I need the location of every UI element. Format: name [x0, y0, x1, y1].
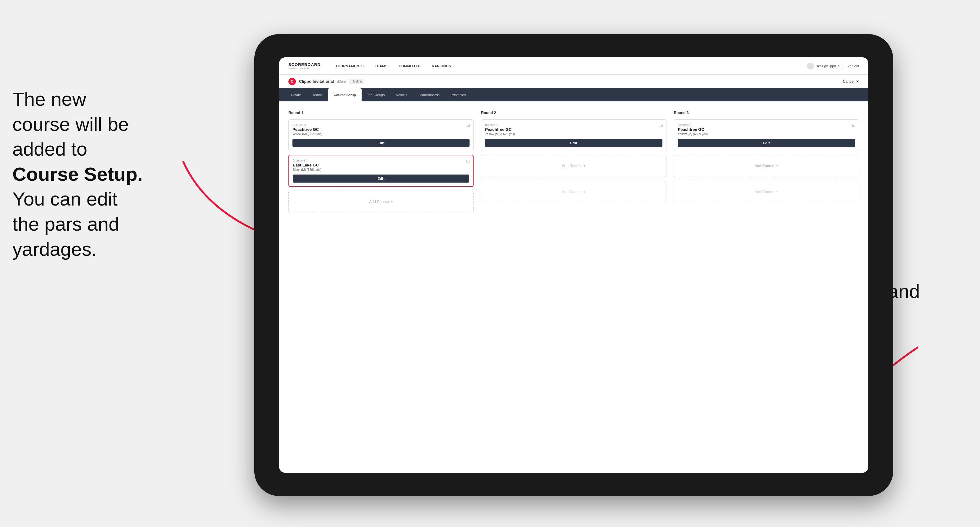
- annotation-line1: The new: [13, 88, 86, 110]
- logo-sub: Powered by clippd: [288, 67, 321, 70]
- tab-leaderboards[interactable]: Leaderboards: [413, 88, 445, 102]
- annotation-line6: yardages.: [13, 238, 97, 260]
- round1-course-a-card: ⊡ (Course A) Peachtree GC Yellow (M) (66…: [288, 119, 474, 151]
- logo-title: SCOREBOARD: [288, 62, 321, 67]
- top-nav: SCOREBOARD Powered by clippd TOURNAMENTS…: [279, 57, 869, 75]
- sign-out-link[interactable]: Sign out: [846, 64, 859, 68]
- tab-teams[interactable]: Teams: [307, 88, 328, 102]
- r3-course-a-name: Peachtree GC: [678, 127, 855, 132]
- round2-course-a-card: ⊡ (Course A) Peachtree GC Yellow (M) (66…: [481, 119, 666, 151]
- card-menu-icon-r3[interactable]: ⊡: [852, 123, 856, 128]
- round3-add-course-button[interactable]: Add Course +: [674, 155, 859, 177]
- round1-add-course-button[interactable]: Add Course +: [288, 190, 474, 213]
- tablet-screen: SCOREBOARD Powered by clippd TOURNAMENTS…: [279, 57, 869, 473]
- tournament-info: C Clippd Invitational (Men) Hosting: [288, 78, 364, 85]
- separator: |: [843, 64, 843, 68]
- round-2-column: Round 2 ⊡ (Course A) Peachtree GC Yellow…: [481, 111, 666, 217]
- annotation-line4: You can edit: [13, 188, 118, 210]
- r3-course-a-tag: (Course A): [678, 123, 855, 127]
- tournament-logo: C: [288, 78, 296, 85]
- course-b-name: East Lake GC: [293, 163, 469, 167]
- sub-tabs: Details Teams Course Setup Tee Groups Re…: [279, 88, 869, 102]
- nav-committee[interactable]: COMMITTEE: [393, 57, 426, 75]
- r2-course-a-tag: (Course A): [485, 123, 662, 127]
- tab-results[interactable]: Results: [390, 88, 413, 102]
- user-avatar: [807, 63, 814, 70]
- nav-rankings[interactable]: RANKINGS: [426, 57, 457, 75]
- r3-course-a-tee: Yellow (M) (6629 yds): [678, 132, 855, 136]
- round2-add-course-disabled: Add Course +: [481, 181, 666, 203]
- card-menu-icon[interactable]: ⊡: [466, 123, 470, 128]
- tournament-bar: C Clippd Invitational (Men) Hosting Canc…: [279, 75, 869, 88]
- course-b-tag: (Course B): [293, 159, 469, 162]
- rounds-grid: Round 1 ⊡ (Course A) Peachtree GC Yellow…: [288, 111, 859, 217]
- round3-add-course-disabled: Add Course +: [674, 181, 859, 203]
- main-content: Round 1 ⊡ (Course A) Peachtree GC Yellow…: [279, 102, 869, 473]
- annotation-line5: the pars and: [13, 213, 119, 235]
- round3-course-a-card: ⊡ (Course A) Peachtree GC Yellow (M) (66…: [674, 119, 859, 151]
- r2-course-a-tee: Yellow (M) (6629 yds): [485, 132, 662, 136]
- tab-tee-groups[interactable]: Tee Groups: [362, 88, 390, 102]
- course-b-tee: Black (M) (6891 yds): [293, 168, 469, 171]
- round-1-label: Round 1: [288, 111, 474, 115]
- round-3-label: Round 3: [674, 111, 859, 115]
- top-nav-right: blair@clippd.io | Sign out: [807, 63, 859, 70]
- nav-tournaments[interactable]: TOURNAMENTS: [330, 57, 369, 75]
- round3-course-a-edit-button[interactable]: Edit: [678, 139, 855, 147]
- round2-course-a-edit-button[interactable]: Edit: [485, 139, 662, 147]
- tab-printables[interactable]: Printables: [445, 88, 471, 102]
- course-a-tag: (Course A): [293, 123, 469, 127]
- course-a-name: Peachtree GC: [293, 127, 469, 132]
- user-email: blair@clippd.io: [817, 64, 839, 68]
- card-menu-icon-r2[interactable]: ⊡: [659, 123, 663, 128]
- card-menu-icon-b[interactable]: ⊡: [466, 159, 470, 163]
- round-1-column: Round 1 ⊡ (Course A) Peachtree GC Yellow…: [288, 111, 474, 217]
- round-2-label: Round 2: [481, 111, 666, 115]
- tab-details[interactable]: Details: [285, 88, 307, 102]
- course-a-tee: Yellow (M) (6629 yds): [293, 132, 469, 136]
- round1-course-b-card: ⊡ (Course B) East Lake GC Black (M) (689…: [288, 155, 474, 187]
- nav-teams[interactable]: TEAMS: [369, 57, 393, 75]
- tablet-frame: SCOREBOARD Powered by clippd TOURNAMENTS…: [254, 34, 893, 496]
- annotation-line2: course will be: [13, 113, 129, 135]
- tournament-gender: (Men): [337, 80, 346, 83]
- annotation-left: The new course will be added to Course S…: [13, 87, 205, 262]
- round1-course-b-edit-button[interactable]: Edit: [293, 175, 469, 183]
- r2-course-a-name: Peachtree GC: [485, 127, 662, 132]
- hosting-badge: Hosting: [349, 79, 364, 84]
- round1-course-a-edit-button[interactable]: Edit: [293, 139, 469, 147]
- round-3-column: Round 3 ⊡ (Course A) Peachtree GC Yellow…: [674, 111, 859, 217]
- tournament-name: Clippd Invitational: [299, 79, 334, 84]
- close-icon: ✕: [856, 79, 859, 84]
- annotation-line3: added to: [13, 138, 87, 160]
- round2-add-course-button[interactable]: Add Course +: [481, 155, 666, 177]
- cancel-button[interactable]: Cancel ✕: [843, 79, 859, 84]
- scoreboard-logo: SCOREBOARD Powered by clippd: [288, 62, 321, 70]
- top-nav-links: TOURNAMENTS TEAMS COMMITTEE RANKINGS: [330, 57, 807, 75]
- annotation-bold: Course Setup.: [13, 163, 143, 185]
- tab-course-setup[interactable]: Course Setup: [328, 88, 362, 102]
